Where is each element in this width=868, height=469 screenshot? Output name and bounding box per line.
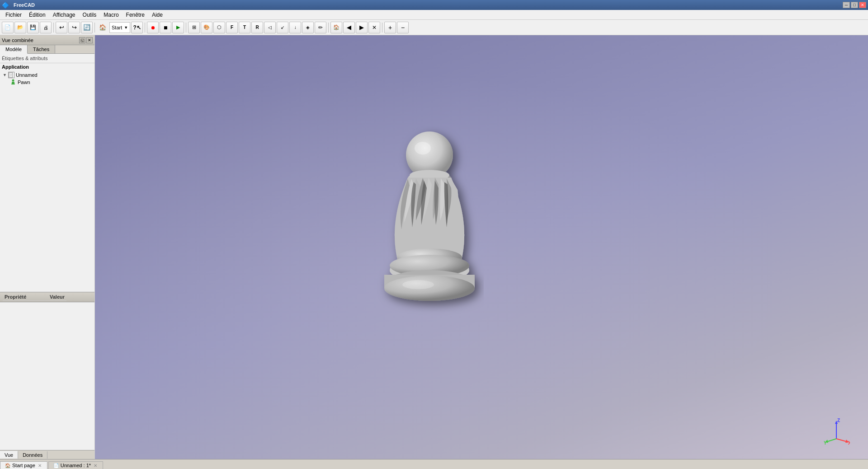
main-area: Vue combinée ◱ ✕ Modèle Tâches Étiquette… [0, 35, 868, 459]
axis-indicator: Z X Y [823, 418, 850, 446]
undo-button[interactable]: ↩ [56, 22, 67, 33]
viewport[interactable]: Z X Y [95, 35, 868, 459]
help-cursor-button[interactable]: ?↖ [131, 22, 143, 33]
save-button[interactable]: 💾 [27, 22, 39, 33]
view-bottom-button[interactable]: ↓ [289, 22, 301, 33]
etiquettes-label: Étiquettes & attributs [0, 54, 94, 63]
draw-style-button[interactable]: 🎨 [201, 22, 212, 33]
workspace-dropdown[interactable]: Start ▼ [109, 22, 130, 33]
maximize-button[interactable]: □ [851, 2, 858, 8]
prop-col-value: Valeur [50, 294, 65, 300]
panel-tabs: Modèle Tâches [0, 45, 94, 54]
sep4 [186, 23, 186, 33]
properties-cols: Propriété Valeur [3, 293, 66, 301]
view-top-button[interactable]: T [239, 22, 250, 33]
menu-outils[interactable]: Outils [79, 11, 100, 19]
application-label: Application [0, 63, 94, 70]
sep3 [145, 23, 145, 33]
view-left-button[interactable]: ◁ [264, 22, 276, 33]
bottom-tabs: 🏠 Start page ✕ 📄 Unnamed : 1* ✕ [0, 459, 868, 469]
view-fit-all-button[interactable]: ⊞ [188, 22, 200, 33]
properties-panel: Propriété Valeur [0, 292, 94, 450]
refresh-button[interactable]: 🔄 [81, 22, 93, 33]
tab-modele[interactable]: Modèle [0, 45, 28, 54]
macro-stop-button[interactable]: ⏹ [160, 22, 171, 33]
panel-float-button[interactable]: ◱ [79, 37, 85, 43]
left-tab-donnees[interactable]: Données [18, 451, 47, 459]
svg-text:Z: Z [837, 418, 840, 423]
macro-play-button[interactable]: ▶ [172, 22, 184, 33]
window-controls: ─ □ ✕ [843, 2, 866, 8]
titlebar: 🔷 FreeCAD ─ □ ✕ [0, 0, 868, 10]
close-button[interactable]: ✕ [859, 2, 866, 8]
pawn-icon [10, 79, 16, 85]
menu-affichage[interactable]: Affichage [49, 11, 79, 19]
unnamed-doc-icon: 📄 [53, 463, 59, 468]
nav-forward-button[interactable]: ▶ [356, 22, 368, 33]
view-isometric-button[interactable]: ⬡ [213, 22, 225, 33]
view-back-button[interactable]: ↙ [277, 22, 288, 33]
tree-unnamed-label: Unnamed [16, 72, 38, 78]
nav-home-button[interactable]: 🏠 [330, 22, 342, 33]
start-page-icon: 🏠 [5, 463, 10, 468]
prop-col-property: Propriété [5, 294, 50, 300]
macro-record-button[interactable]: ⏺ [147, 22, 159, 33]
minimize-button[interactable]: ─ [843, 2, 850, 8]
tree-area: ▼ Unnamed [0, 70, 94, 292]
draw-tool-button[interactable]: ✏ [315, 22, 326, 33]
svg-point-4 [12, 80, 14, 82]
svg-point-19 [402, 280, 434, 289]
pawn-3d-model [366, 126, 493, 329]
tab-taches[interactable]: Tâches [28, 45, 55, 53]
nav-back-button[interactable]: ◀ [343, 22, 355, 33]
menu-macro[interactable]: Macro [100, 11, 122, 19]
workspace-icon: 🏠 [97, 22, 108, 33]
svg-rect-6 [11, 84, 15, 84]
open-button[interactable]: 📂 [14, 22, 26, 33]
zoom-out-button[interactable]: − [397, 22, 409, 33]
doc-icon [8, 72, 14, 78]
view-right-button[interactable]: R [251, 22, 263, 33]
menu-fichier[interactable]: Fichier [2, 11, 25, 19]
redo-button[interactable]: ↪ [68, 22, 80, 33]
panel-close-button[interactable]: ✕ [86, 37, 93, 43]
toolbar: 📄 📂 💾 🖨 ↩ ↪ 🔄 🏠 Start ▼ ?↖ ⏺ ⏹ ▶ ⊞ 🎨 ⬡ F… [0, 20, 868, 35]
svg-text:Y: Y [824, 441, 827, 446]
left-bottom-tabs: Vue Données [0, 450, 94, 459]
tab-start-page[interactable]: 🏠 Start page ✕ [0, 461, 47, 469]
vue-combinee-label: Vue combinée [2, 38, 33, 43]
tree-arrow-unnamed: ▼ [3, 73, 7, 77]
print-button[interactable]: 🖨 [40, 22, 52, 33]
tab-unnamed-1[interactable]: 📄 Unnamed : 1* ✕ [48, 461, 103, 469]
sep1 [53, 23, 54, 33]
menu-edition[interactable]: Édition [25, 11, 49, 19]
left-tab-vue[interactable]: Vue [0, 451, 18, 459]
tree-item-pawn[interactable]: Pawn [1, 79, 94, 86]
menu-aide[interactable]: Aide [148, 11, 166, 19]
menu-fenetre[interactable]: Fenêtre [123, 11, 148, 19]
new-button[interactable]: 📄 [2, 22, 14, 33]
svg-point-18 [384, 276, 475, 301]
window-title: FreeCAD [14, 2, 35, 8]
zoom-in-button[interactable]: + [384, 22, 396, 33]
menubar: Fichier Édition Affichage Outils Macro F… [0, 10, 868, 20]
tree-pawn-label: Pawn [18, 80, 30, 85]
tree-item-unnamed[interactable]: ▼ Unnamed [1, 71, 94, 79]
vue-combinee-header: Vue combinée ◱ ✕ [0, 35, 94, 45]
sep5 [328, 23, 329, 33]
svg-text:X: X [848, 441, 850, 446]
nav-stop-button[interactable]: ✕ [368, 22, 380, 33]
start-page-close[interactable]: ✕ [37, 463, 42, 468]
svg-line-26 [826, 439, 836, 442]
sep2 [94, 23, 95, 33]
unnamed-doc-close[interactable]: ✕ [93, 463, 98, 468]
sep6 [382, 23, 382, 33]
view-front-button[interactable]: F [226, 22, 238, 33]
properties-header: Propriété Valeur [0, 292, 94, 302]
left-panel: Vue combinée ◱ ✕ Modèle Tâches Étiquette… [0, 35, 95, 459]
svg-point-8 [415, 142, 431, 155]
view-axometric-button[interactable]: ◈ [302, 22, 314, 33]
